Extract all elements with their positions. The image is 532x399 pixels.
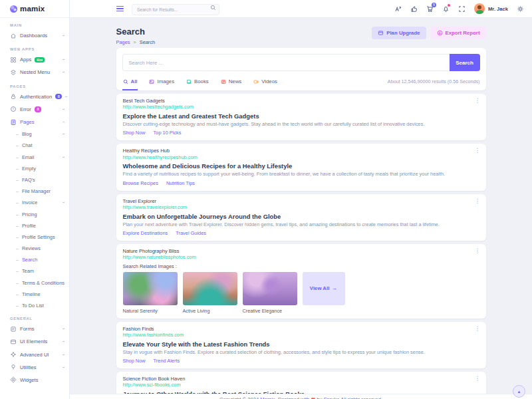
- topbar-search-input[interactable]: [132, 4, 219, 15]
- chevron-down-icon: ›: [61, 134, 65, 135]
- sidebar-item-nested-menu[interactable]: Nested Menu ›: [0, 66, 69, 78]
- kebab-menu-icon[interactable]: ⋮: [475, 98, 481, 104]
- tab-images[interactable]: Images: [148, 76, 175, 90]
- result-link[interactable]: Shop Now: [123, 130, 146, 136]
- translate-icon[interactable]: [394, 5, 402, 13]
- result-heading[interactable]: Wholesome and Delicious Recipes for a He…: [123, 162, 479, 170]
- sidebar-item-forms[interactable]: Forms ›: [0, 323, 69, 335]
- result-link[interactable]: Nutrition Tips: [166, 180, 195, 186]
- breadcrumb: Pages » Search: [116, 39, 156, 45]
- cart-icon[interactable]: 5: [426, 5, 434, 13]
- result-heading[interactable]: Embark on Unforgettable Journeys Around …: [123, 213, 479, 220]
- footer-text: by: [317, 396, 322, 399]
- sidebar-subitem-chat[interactable]: Chat: [0, 140, 69, 151]
- tab-all[interactable]: All: [122, 76, 138, 90]
- search-button[interactable]: Search: [450, 54, 480, 71]
- result-link[interactable]: Trend Alerts: [154, 358, 180, 364]
- newspaper-icon: [221, 79, 226, 84]
- result-link[interactable]: Top 10 Picks: [154, 130, 182, 136]
- kebab-menu-icon[interactable]: ⋮: [475, 376, 481, 382]
- sidebar-subitem-file-manager[interactable]: File Manager: [0, 186, 69, 197]
- sidebar-item-ui-elements[interactable]: UI Elements ›: [0, 335, 69, 348]
- search-icon[interactable]: [210, 5, 216, 11]
- tab-news[interactable]: News: [220, 76, 243, 90]
- sidebar-item-advanced-ui[interactable]: Advanced UI ›: [0, 348, 69, 361]
- sidebar-item-error[interactable]: Error 3 ›: [0, 103, 69, 116]
- search-icon: [123, 79, 128, 84]
- sidebar-item-utilities[interactable]: Utilities ›: [0, 361, 69, 374]
- result-url[interactable]: http://www.fashionfinds.com: [123, 332, 479, 338]
- sidebar-item-authentication[interactable]: Authentication 8 ›: [0, 90, 69, 103]
- sidebar-subitem-timeline[interactable]: Timeline: [0, 289, 69, 300]
- sidebar-subitem-reviews[interactable]: Reviews: [0, 243, 69, 254]
- tab-videos[interactable]: Videos: [253, 76, 278, 90]
- sidebar-subitem-profile[interactable]: Profile: [0, 220, 69, 231]
- like-icon[interactable]: [410, 5, 418, 13]
- sidebar-item-label: Pages: [20, 119, 35, 125]
- tab-books[interactable]: Books: [186, 76, 209, 90]
- chevron-down-icon: ›: [61, 202, 65, 203]
- result-title: Nature Photography Bliss: [123, 248, 479, 254]
- scroll-to-top-button[interactable]: ▲: [513, 385, 525, 398]
- notification-dot-badge: [448, 4, 450, 7]
- sidebar-subitem-empty[interactable]: Empty: [0, 163, 69, 174]
- view-all-button[interactable]: View All →: [303, 272, 345, 305]
- footer-author-link[interactable]: Spruko: [323, 396, 339, 399]
- bell-icon[interactable]: [442, 5, 450, 13]
- sidebar-item-widgets[interactable]: Widgets: [0, 374, 69, 386]
- sidebar-item-label: Apps: [20, 57, 31, 63]
- sidebar-subitem-terms[interactable]: Terms & Conditions: [0, 277, 69, 289]
- search-result: ⋮ Best Tech Gadgets http://www.besttechg…: [116, 94, 486, 140]
- sidebar-subitem-profile-settings[interactable]: Profile Settings: [0, 231, 69, 243]
- export-report-label: Export Report: [446, 30, 480, 36]
- search-input[interactable]: [122, 54, 450, 71]
- pages-file-icon: [10, 119, 17, 126]
- result-url[interactable]: http://www.natureblissphotos.com: [123, 254, 479, 261]
- result-link[interactable]: Explore Destinations: [123, 230, 168, 236]
- result-heading[interactable]: Elevate Your Style with the Latest Fashi…: [123, 340, 479, 348]
- sidebar-item-dashboards[interactable]: Dashboards ›: [0, 29, 69, 42]
- result-url[interactable]: http://www.sci-fibooks.com: [123, 382, 479, 388]
- related-image-thumbnail[interactable]: [123, 272, 178, 305]
- breadcrumb-separator: »: [134, 39, 136, 45]
- sidebar-subitem-blog[interactable]: Blog›: [0, 128, 69, 140]
- brand-logo[interactable]: mamix: [0, 0, 69, 18]
- related-image-thumbnail[interactable]: [243, 272, 297, 305]
- hamburger-menu-icon[interactable]: [116, 5, 124, 13]
- sidebar-subitem-email[interactable]: Email›: [0, 152, 69, 163]
- plan-upgrade-label: Plan Upgrade: [386, 30, 420, 36]
- sidebar-subitem-invoice[interactable]: Invoice›: [0, 197, 69, 208]
- breadcrumb-pages-link[interactable]: Pages: [116, 39, 130, 45]
- sidebar-subitem-faqs[interactable]: FAQ's: [0, 174, 69, 186]
- kebab-menu-icon[interactable]: ⋮: [475, 326, 481, 332]
- sidebar-item-apps[interactable]: Apps Hot ›: [0, 53, 69, 66]
- result-link[interactable]: Browse Recipes: [123, 180, 158, 186]
- image-caption: Active Living: [183, 308, 237, 314]
- result-link[interactable]: Shop Now: [123, 358, 146, 364]
- result-description: Find a variety of nutritious recipes to …: [123, 171, 479, 177]
- export-report-button[interactable]: Export Report: [431, 27, 486, 39]
- sidebar-subitem-pricing[interactable]: Pricing: [0, 208, 69, 219]
- fullscreen-icon[interactable]: [458, 5, 466, 13]
- topbar-search: [132, 2, 219, 15]
- kebab-menu-icon[interactable]: ⋮: [475, 198, 481, 204]
- plan-upgrade-button[interactable]: Plan Upgrade: [372, 27, 426, 39]
- result-url[interactable]: http://www.besttechgadgets.com: [123, 104, 479, 110]
- chevron-down-icon: ›: [61, 341, 65, 342]
- settings-gear-icon[interactable]: [517, 5, 524, 13]
- related-image-thumbnail[interactable]: [183, 272, 237, 305]
- sidebar-subitem-team[interactable]: Team: [0, 265, 69, 277]
- sidebar-item-label: Forms: [20, 326, 35, 332]
- sidebar-subitem-search[interactable]: Search: [0, 254, 69, 265]
- result-url[interactable]: http://www.healthyrecipeshub.com: [123, 154, 479, 161]
- user-profile-menu[interactable]: Mr. Jack: [474, 3, 508, 14]
- sidebar-item-pages[interactable]: Pages ›: [0, 116, 69, 128]
- result-url[interactable]: http://www.travelexplorer.com: [123, 204, 479, 211]
- kebab-menu-icon[interactable]: ⋮: [475, 248, 481, 254]
- kebab-menu-icon[interactable]: ⋮: [475, 148, 481, 154]
- main-content: Search Pages » Search Plan Upgrade Expor…: [70, 0, 532, 399]
- footer-brand-link[interactable]: Mamix.: [260, 396, 276, 399]
- result-heading[interactable]: Explore the Latest and Greatest Tech Gad…: [123, 112, 479, 120]
- result-link[interactable]: Travel Guides: [176, 230, 206, 236]
- sidebar-subitem-todo[interactable]: To Do List: [0, 300, 69, 311]
